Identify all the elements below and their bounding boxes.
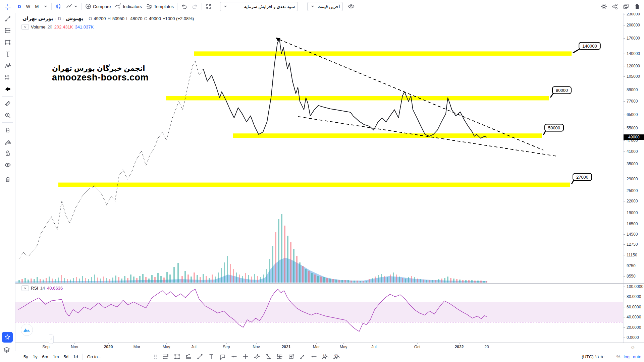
volume-bar[interactable] (257, 276, 258, 283)
volume-bar[interactable] (157, 273, 159, 283)
volume-bar[interactable] (200, 277, 201, 283)
volume-bar[interactable] (477, 281, 479, 283)
volume-bar[interactable] (369, 279, 370, 283)
share-button[interactable] (609, 2, 621, 11)
volume-bar[interactable] (332, 279, 334, 283)
volume-bar[interactable] (115, 276, 116, 283)
volume-bar[interactable] (206, 276, 207, 283)
compare-button[interactable]: Compare (83, 2, 113, 11)
chart-style-line-button[interactable] (64, 2, 80, 11)
volume-bar[interactable] (136, 278, 138, 283)
trend-line-drawing[interactable] (279, 40, 543, 150)
crosshair-tool[interactable] (1, 1, 14, 13)
volume-bar[interactable] (287, 236, 288, 283)
volume-bar[interactable] (31, 279, 32, 283)
volume-bar[interactable] (227, 256, 228, 283)
chart-style-candles-button[interactable] (53, 2, 64, 11)
price-series[interactable] (203, 39, 487, 138)
rsi-legend-collapse-button[interactable] (21, 285, 29, 291)
hide-drawings-tool[interactable] (1, 159, 14, 171)
volume-bar[interactable] (197, 275, 198, 283)
volume-bar[interactable] (426, 280, 427, 283)
range-5y-button[interactable]: 5y (21, 354, 31, 360)
price-callout-label[interactable]: 80000 (556, 88, 568, 93)
volume-bar[interactable] (366, 281, 367, 283)
volume-bar[interactable] (447, 277, 448, 283)
arrow-marker-tool[interactable] (1, 83, 14, 95)
volume-bar[interactable] (194, 273, 195, 283)
remove-drawings-tool[interactable] (1, 174, 14, 185)
interval-menu-button[interactable] (41, 2, 50, 11)
volume-bar[interactable] (402, 278, 403, 283)
rsi-band[interactable] (15, 302, 623, 322)
volume-bar[interactable] (483, 281, 485, 283)
volume-bar[interactable] (320, 277, 322, 283)
volume-bar[interactable] (290, 242, 291, 283)
volume-bar[interactable] (405, 279, 406, 283)
toolbar-drag-handle[interactable] (154, 355, 157, 359)
volume-bar[interactable] (275, 232, 276, 283)
volume-bar[interactable] (429, 280, 430, 283)
trend-line-arrowhead[interactable] (276, 38, 280, 42)
volume-bar[interactable] (91, 277, 92, 283)
volume-bar[interactable] (212, 275, 213, 283)
volume-bar[interactable] (480, 281, 482, 283)
volume-bar[interactable] (248, 275, 249, 283)
volume-bar[interactable] (341, 280, 343, 283)
text-tool-button[interactable] (206, 352, 217, 361)
lock-drawings-tool[interactable] (1, 147, 14, 159)
volume-bar[interactable] (61, 275, 62, 283)
volume-bar[interactable] (414, 277, 415, 283)
horizontal-line-tool-button[interactable] (228, 352, 240, 361)
volume-bar[interactable] (148, 279, 150, 283)
volume-bar[interactable] (67, 279, 68, 283)
price-callout-tail[interactable] (572, 180, 574, 184)
price-callout-tail[interactable] (550, 93, 553, 98)
volume-bar[interactable] (390, 275, 391, 283)
zoom-in-tool[interactable] (1, 110, 14, 121)
volume-bar[interactable] (360, 281, 361, 283)
volume-bar[interactable] (224, 262, 225, 283)
volume-bar[interactable] (236, 273, 237, 283)
volume-bar[interactable] (169, 275, 171, 283)
volume-bar[interactable] (465, 280, 467, 283)
goto-date-button[interactable]: Go to... (85, 354, 104, 360)
volume-bar[interactable] (97, 278, 98, 283)
price-callout-label[interactable]: 140000 (582, 44, 597, 49)
templates-button[interactable]: Templates (144, 2, 176, 11)
volume-bar[interactable] (106, 278, 107, 283)
volume-bar[interactable] (335, 280, 337, 283)
volume-bar[interactable] (103, 277, 104, 283)
volume-bar[interactable] (263, 275, 264, 283)
projection-tool[interactable] (1, 72, 14, 83)
rsi-legend[interactable]: RSI 14 40.6636 (21, 285, 63, 291)
measure-tool[interactable] (1, 98, 14, 109)
volume-bar[interactable] (432, 280, 433, 283)
volume-bar[interactable] (408, 277, 409, 283)
volume-bar[interactable] (296, 256, 298, 283)
range-6m-button[interactable]: 6m (40, 354, 50, 360)
volume-bar[interactable] (24, 278, 26, 283)
support-resistance-band[interactable] (166, 96, 549, 100)
volume-bar[interactable] (269, 259, 270, 283)
volume-bar[interactable] (459, 280, 461, 283)
volume-bar[interactable] (133, 277, 135, 283)
interval-day-button[interactable]: D (15, 2, 24, 11)
volume-bar[interactable] (399, 277, 400, 283)
volume-bar[interactable] (314, 275, 316, 283)
volume-bar[interactable] (278, 219, 279, 283)
cross-line-tool-button[interactable] (240, 352, 251, 361)
volume-bar[interactable] (326, 278, 328, 283)
volume-bar[interactable] (142, 274, 144, 283)
favorites-star-button[interactable] (2, 332, 13, 343)
volume-bar[interactable] (181, 276, 183, 283)
volume-bar[interactable] (154, 277, 156, 283)
volume-bar[interactable] (55, 279, 56, 283)
volume-bar[interactable] (486, 281, 487, 283)
price-callout[interactable] (545, 124, 564, 131)
theme-sun-icon[interactable]: ☼ (631, 344, 635, 350)
volume-bar[interactable] (338, 280, 340, 283)
volume-bar[interactable] (21, 279, 23, 283)
volume-bar[interactable] (34, 279, 35, 283)
volume-bar[interactable] (203, 274, 204, 283)
